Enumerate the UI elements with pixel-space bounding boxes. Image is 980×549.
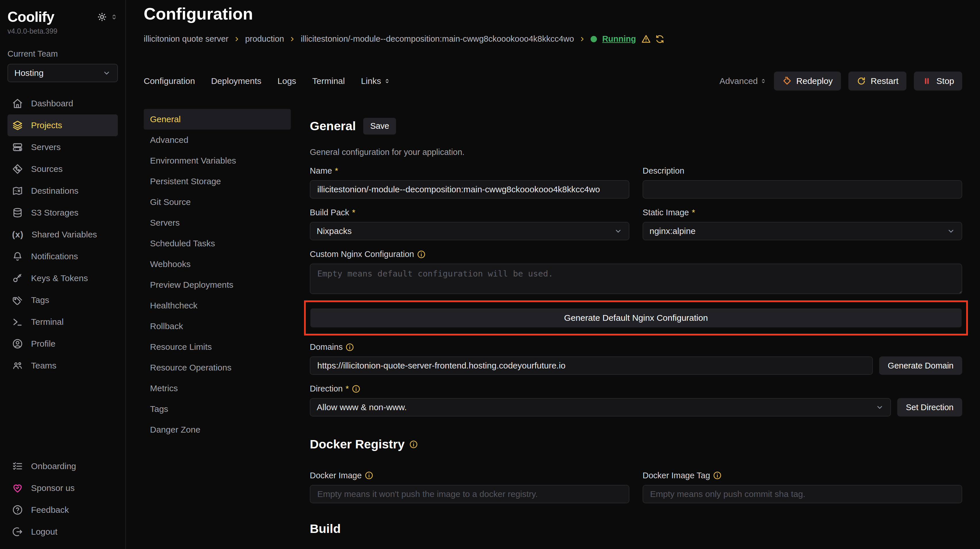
build-pack-select[interactable]: Nixpacks: [310, 222, 629, 240]
description-label: Description: [643, 166, 962, 176]
chevron-down-icon: [947, 227, 955, 236]
sidebar-nav: Dashboard Projects Servers Sources Desti…: [8, 92, 118, 377]
required-asterisk: *: [335, 166, 338, 176]
layers-icon: [12, 120, 23, 131]
sidebar-item-onboarding[interactable]: Onboarding: [8, 455, 118, 477]
sidebar-item-projects[interactable]: Projects: [8, 115, 118, 136]
generate-domain-button[interactable]: Generate Domain: [879, 356, 962, 375]
sidebar-item-label: S3 Storages: [31, 208, 78, 218]
save-button[interactable]: Save: [363, 118, 396, 135]
subnav-resource-limits[interactable]: Resource Limits: [144, 337, 291, 357]
docker-image-input[interactable]: [310, 485, 629, 503]
restart-button[interactable]: Restart: [848, 72, 907, 91]
sidebar-item-feedback[interactable]: Feedback: [8, 499, 118, 521]
restart-label: Restart: [871, 76, 899, 86]
bell-icon: [12, 251, 23, 262]
help-circle-icon: [12, 504, 23, 516]
domains-input[interactable]: [310, 356, 873, 375]
sidebar-item-sponsor-us[interactable]: Sponsor us: [8, 477, 118, 499]
team-select[interactable]: Hosting: [8, 64, 118, 82]
sidebar-item-s3-storages[interactable]: S3 Storages: [8, 202, 118, 224]
info-icon: [365, 471, 373, 480]
tab-logs[interactable]: Logs: [278, 76, 296, 86]
description-input[interactable]: [643, 180, 962, 199]
sun-icon[interactable]: [97, 12, 107, 22]
subnav-danger-zone[interactable]: Danger Zone: [144, 419, 291, 440]
advanced-label: Advanced: [719, 76, 757, 86]
tab-deployments[interactable]: Deployments: [211, 76, 261, 86]
required-asterisk: *: [352, 208, 355, 217]
direction-select[interactable]: Allow www & non-www.: [310, 398, 891, 417]
theme-switcher-chevrons-icon[interactable]: [110, 13, 118, 21]
tab-links-label: Links: [361, 76, 381, 86]
sidebar-item-terminal[interactable]: Terminal: [8, 311, 118, 333]
subnav-webhooks[interactable]: Webhooks: [144, 254, 291, 275]
required-asterisk: *: [345, 384, 348, 393]
breadcrumb-environment[interactable]: production: [245, 34, 284, 44]
breadcrumb-project[interactable]: illicitonion quote server: [144, 34, 229, 44]
static-image-select[interactable]: nginx:alpine: [643, 222, 962, 240]
name-input[interactable]: [310, 180, 629, 199]
sidebar-item-sources[interactable]: Sources: [8, 158, 118, 180]
sidebar-item-keys-tokens[interactable]: Keys & Tokens: [8, 267, 118, 289]
sidebar-item-destinations[interactable]: Destinations: [8, 180, 118, 202]
brand-logo[interactable]: Coolify: [8, 9, 54, 25]
sidebar-item-label: Shared Variables: [32, 230, 97, 239]
subnav-rollback[interactable]: Rollback: [144, 316, 291, 337]
subnav-scheduled-tasks[interactable]: Scheduled Tasks: [144, 233, 291, 254]
sidebar-item-notifications[interactable]: Notifications: [8, 245, 118, 267]
subnav-servers[interactable]: Servers: [144, 212, 291, 233]
tab-terminal[interactable]: Terminal: [312, 76, 345, 86]
subnav-environment-variables[interactable]: Environment Variables: [144, 150, 291, 171]
redeploy-button[interactable]: Redeploy: [774, 72, 841, 91]
restart-icon: [856, 76, 866, 86]
subnav-metrics[interactable]: Metrics: [144, 378, 291, 399]
subnav-healthcheck[interactable]: Healthcheck: [144, 295, 291, 316]
sidebar-item-servers[interactable]: Servers: [8, 136, 118, 158]
breadcrumb-application[interactable]: illicitestonion/-module--decomposition:m…: [301, 34, 574, 44]
sidebar-item-label: Onboarding: [31, 461, 76, 471]
sidebar-item-dashboard[interactable]: Dashboard: [8, 92, 118, 115]
subnav-persistent-storage[interactable]: Persistent Storage: [144, 171, 291, 192]
stop-button[interactable]: Stop: [914, 72, 962, 91]
info-icon: [352, 385, 360, 393]
status-badge[interactable]: Running: [602, 34, 636, 44]
custom-nginx-textarea[interactable]: [310, 264, 962, 294]
advanced-dropdown[interactable]: Advanced: [719, 76, 766, 86]
sidebar-item-label: Feedback: [31, 505, 69, 515]
sidebar-item-label: Tags: [31, 295, 49, 305]
sidebar-item-label: Teams: [31, 361, 56, 371]
direction-value: Allow www & non-www.: [317, 403, 407, 412]
subnav-advanced[interactable]: Advanced: [144, 130, 291, 150]
sidebar-item-teams[interactable]: Teams: [8, 355, 118, 377]
sidebar-item-label: Profile: [31, 339, 56, 348]
subnav-general[interactable]: General: [144, 109, 291, 130]
docker-image-tag-input[interactable]: [643, 485, 962, 503]
terminal-icon: [12, 317, 23, 328]
sidebar-item-tags[interactable]: Tags: [8, 289, 118, 311]
section-heading-build: Build: [310, 522, 962, 536]
sidebar-item-label: Sources: [31, 164, 63, 174]
sidebar-item-shared-variables[interactable]: (x) Shared Variables: [8, 224, 118, 245]
key-icon: [12, 273, 23, 284]
app-version: v4.0.0-beta.399: [8, 27, 118, 35]
chevron-down-icon: [102, 69, 111, 77]
subnav-preview-deployments[interactable]: Preview Deployments: [144, 275, 291, 295]
sidebar-item-profile[interactable]: Profile: [8, 333, 118, 355]
subnav-tags[interactable]: Tags: [144, 399, 291, 419]
heart-icon: [12, 482, 23, 493]
sidebar-item-label: Logout: [31, 527, 57, 537]
settings-subnav: General Advanced Environment Variables P…: [144, 109, 291, 440]
set-direction-button[interactable]: Set Direction: [897, 398, 962, 417]
static-image-value: nginx:alpine: [649, 226, 695, 236]
tab-configuration[interactable]: Configuration: [144, 76, 195, 86]
tab-links[interactable]: Links: [361, 76, 390, 86]
subnav-resource-operations[interactable]: Resource Operations: [144, 357, 291, 378]
subnav-git-source[interactable]: Git Source: [144, 192, 291, 212]
checklist-icon: [12, 461, 23, 472]
generate-nginx-config-button[interactable]: Generate Default Nginx Configuration: [310, 309, 962, 328]
sidebar-item-logout[interactable]: Logout: [8, 521, 118, 543]
stop-label: Stop: [936, 76, 954, 86]
docker-image-label: Docker Image: [310, 471, 629, 480]
current-team-label: Current Team: [8, 49, 118, 59]
